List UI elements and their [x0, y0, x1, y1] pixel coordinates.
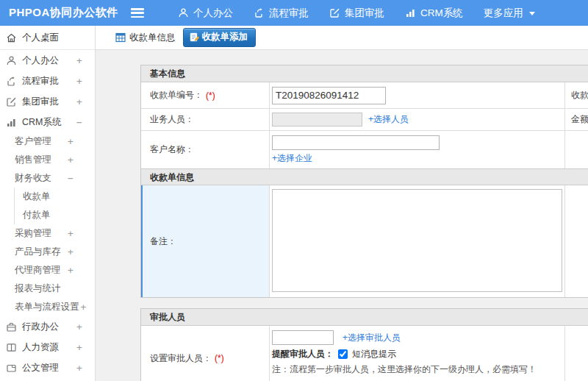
expand-plus-icon[interactable]: +	[76, 363, 82, 374]
expand-plus-icon[interactable]: +	[68, 265, 74, 276]
sidebar-item-receipt[interactable]: 收款单	[15, 188, 95, 206]
receipt-right-label: 收款单	[565, 82, 588, 108]
sms-remind-checkbox[interactable]	[338, 349, 348, 359]
expand-plus-icon[interactable]: +	[68, 246, 74, 257]
expand-plus-icon[interactable]: +	[76, 342, 82, 353]
remark-row: 备注：	[141, 185, 588, 297]
expand-plus-icon[interactable]: +	[81, 302, 87, 313]
section-header-basic: 基本信息	[141, 65, 588, 82]
flow-icon	[6, 76, 17, 87]
sidebar-item-label: 财务收支	[15, 172, 51, 185]
sidebar-item-reports[interactable]: 报表与统计	[0, 279, 95, 298]
content-area: 收款单信息 收款单添加 基本信息 收款单编号： (*)	[96, 26, 588, 381]
sidebar-item-label: 采购管理	[15, 227, 51, 240]
sidebar-item-document-mgmt[interactable]: 公文管理 +	[0, 357, 95, 378]
sidebar-item-label: 产品与库存	[15, 246, 61, 258]
sidebar-item-label: 客户管理	[15, 135, 51, 148]
sidebar-item-label: CRM系统	[22, 116, 61, 129]
sidebar-item-label: 人力资源	[22, 341, 59, 354]
expand-plus-icon[interactable]: +	[76, 55, 82, 66]
sidebar-item-personal-office[interactable]: 个人办公 +	[0, 50, 95, 71]
remind-label: 提醒审批人员：	[272, 348, 334, 360]
sidebar-item-desktop[interactable]: 个人桌面	[0, 26, 95, 50]
app-window: PHPOA协同办公软件 个人办公 流程审批 集团审批	[0, 0, 588, 381]
salesperson-input[interactable]	[272, 113, 362, 127]
crm-submenu: 客户管理 + 销售管理 + 财务收支 − 收款单 付款单	[0, 132, 95, 316]
top-header-bar: PHPOA协同办公软件 个人办公 流程审批 集团审批	[0, 0, 588, 26]
form-workarea: 基本信息 收款单编号： (*) 收款单 业务人员：	[96, 50, 588, 381]
expand-plus-icon[interactable]: +	[76, 76, 82, 87]
salesperson-field-cell: +选择人员	[270, 109, 565, 130]
sidebar-item-product-inventory[interactable]: 产品与库存 +	[0, 243, 95, 261]
approver-field-cell: +选择审批人员 提醒审批人员： 短消息提示 注：流程第一步审批人员，这里选择你的…	[270, 326, 565, 381]
amount-label: 金额：	[565, 109, 588, 130]
expand-plus-icon[interactable]: +	[76, 321, 82, 332]
user-icon	[6, 55, 17, 66]
brand-title: PHPOA协同办公软件	[0, 6, 122, 20]
approver-label: 设置审批人员： (*)	[141, 326, 270, 381]
select-company-link[interactable]: +选择企业	[272, 152, 312, 165]
top-navigation: 个人办公 流程审批 集团审批 CRM系统 更多应用	[157, 7, 535, 20]
nav-group-approval[interactable]: 集团审批	[329, 7, 384, 20]
basic-info-panel: 基本信息 收款单编号： (*) 收款单 业务人员：	[140, 65, 588, 298]
flow-icon	[254, 7, 265, 18]
expand-plus-icon[interactable]: +	[76, 96, 82, 107]
sidebar-item-label: 销售管理	[15, 154, 51, 166]
customer-input[interactable]	[272, 135, 440, 150]
sidebar-item-group-approval[interactable]: 集团审批 +	[0, 91, 95, 112]
sidebar-item-label: 集团审批	[22, 96, 59, 108]
tab-receipt-add[interactable]: 收款单添加	[183, 28, 257, 47]
collapse-minus-icon[interactable]: −	[68, 173, 74, 184]
sidebar-item-form-flow-settings[interactable]: 表单与流程设置 +	[0, 298, 95, 316]
sidebar-item-label: 流程审批	[22, 75, 59, 88]
customer-field-cell: +选择企业	[270, 131, 565, 168]
sidebar-item-crm-system[interactable]: CRM系统 −	[0, 112, 95, 132]
nav-more-apps[interactable]: 更多应用	[484, 7, 535, 20]
sidebar-item-agent-mgmt[interactable]: 代理商管理 +	[0, 261, 95, 279]
collapse-minus-icon[interactable]: −	[76, 117, 82, 128]
sms-remind-label: 短消息提示	[352, 348, 396, 360]
nav-workflow-approval[interactable]: 流程审批	[254, 7, 309, 20]
sidebar-item-customer-mgmt[interactable]: 客户管理 +	[0, 132, 95, 151]
approver-panel: 审批人员 设置审批人员： (*) +选择审批人员 提醒审	[140, 308, 588, 381]
remark-field-cell	[270, 185, 565, 297]
select-person-link[interactable]: +选择人员	[368, 113, 409, 126]
customer-label: 客户名称：	[141, 131, 270, 168]
expand-plus-icon[interactable]: +	[68, 228, 74, 239]
remark-label: 备注：	[141, 185, 270, 297]
sidebar-item-label: 个人办公	[22, 54, 59, 67]
sidebar: 个人桌面 个人办公 + 流程审批 + 集团审批	[0, 26, 96, 381]
table-grid-icon	[115, 32, 126, 43]
tab-label: 收款单添加	[202, 31, 248, 43]
nav-personal-office[interactable]: 个人办公	[178, 7, 233, 20]
sidebar-item-label: 公文管理	[22, 362, 59, 374]
sidebar-item-purchase-mgmt[interactable]: 采购管理 +	[0, 224, 95, 243]
sidebar-item-admin-office[interactable]: 行政办公 +	[0, 316, 95, 337]
sidebar-item-payment[interactable]: 付款单	[15, 206, 95, 224]
sidebar-item-finance[interactable]: 财务收支 −	[0, 169, 95, 188]
finance-submenu: 收款单 付款单	[14, 188, 95, 224]
select-approver-link[interactable]: +选择审批人员	[343, 332, 401, 344]
sidebar-item-hr[interactable]: 人力资源 +	[0, 337, 95, 357]
sidebar-item-workflow-approval[interactable]: 流程审批 +	[0, 71, 95, 91]
receipt-no-input[interactable]	[272, 87, 386, 104]
sidebar-item-sales-mgmt[interactable]: 销售管理 +	[0, 151, 95, 169]
tab-label: 收款单信息	[129, 32, 176, 44]
remark-textarea[interactable]	[272, 189, 562, 292]
nav-label: 流程审批	[269, 7, 309, 20]
book-icon	[6, 342, 17, 353]
tab-receipt-info[interactable]: 收款单信息	[115, 32, 176, 44]
sidebar-item-label: 报表与统计	[15, 282, 61, 295]
chart-icon	[6, 117, 17, 128]
nav-label: 个人办公	[193, 7, 233, 20]
expand-plus-icon[interactable]: +	[68, 154, 74, 165]
hamburger-menu-icon[interactable]	[131, 8, 144, 18]
edit-icon	[329, 7, 340, 18]
nav-crm-system[interactable]: CRM系统	[405, 7, 463, 20]
salesperson-row: 业务人员： +选择人员 金额：	[141, 109, 588, 131]
nav-label: 集团审批	[345, 7, 384, 20]
expand-plus-icon[interactable]: +	[68, 136, 74, 147]
sidebar-item-label: 表单与流程设置	[15, 301, 79, 313]
approver-input[interactable]	[272, 330, 334, 345]
user-icon	[178, 7, 189, 18]
